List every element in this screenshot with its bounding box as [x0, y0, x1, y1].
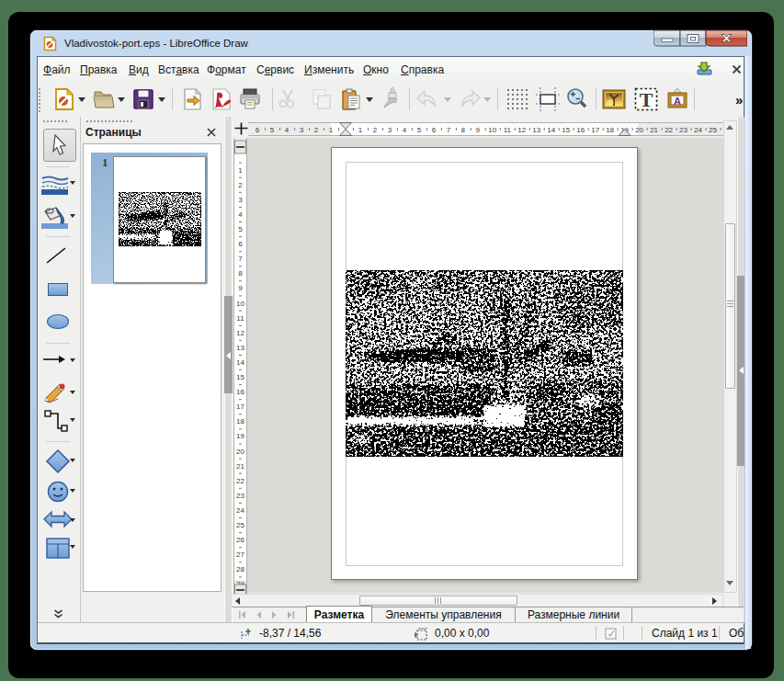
svg-text:11: 11 [236, 314, 244, 323]
svg-text:14: 14 [547, 126, 555, 134]
svg-text:4: 4 [403, 126, 407, 134]
svg-text:3: 3 [238, 196, 243, 204]
svg-text:10: 10 [236, 300, 244, 308]
svg-text:28: 28 [236, 565, 244, 573]
svg-text:20: 20 [635, 126, 643, 134]
svg-text:26: 26 [236, 536, 244, 544]
svg-text:6: 6 [432, 126, 437, 134]
svg-text:9: 9 [238, 284, 243, 292]
svg-text:A: A [674, 96, 681, 107]
svg-text:24: 24 [236, 506, 244, 515]
svg-text:2: 2 [373, 126, 378, 134]
svg-text:21: 21 [236, 462, 244, 471]
svg-text:2: 2 [238, 181, 243, 189]
svg-text:10: 10 [488, 126, 496, 134]
svg-text:24: 24 [694, 126, 702, 134]
svg-text:12: 12 [236, 329, 244, 337]
svg-text:27: 27 [236, 550, 244, 559]
svg-text:23: 23 [679, 126, 687, 134]
svg-text:20: 20 [236, 448, 244, 456]
svg-text:4: 4 [238, 210, 243, 219]
svg-text:18: 18 [236, 417, 244, 426]
svg-text:5: 5 [270, 126, 275, 134]
svg-text:15: 15 [562, 126, 570, 134]
svg-text:13: 13 [236, 344, 244, 352]
svg-text:2: 2 [314, 126, 319, 134]
svg-text:3: 3 [300, 126, 304, 134]
svg-text:12: 12 [517, 126, 526, 134]
svg-text:16: 16 [576, 126, 585, 134]
svg-text:22: 22 [665, 126, 673, 134]
svg-text:15: 15 [236, 373, 244, 381]
svg-text:5: 5 [238, 225, 243, 233]
svg-text:25: 25 [709, 126, 717, 134]
svg-text:22: 22 [236, 477, 244, 485]
svg-text:14: 14 [236, 358, 244, 367]
svg-text:25: 25 [236, 521, 244, 529]
svg-text:11: 11 [504, 126, 512, 134]
svg-text:17: 17 [236, 403, 244, 411]
svg-text:1: 1 [358, 126, 363, 134]
svg-text:8: 8 [461, 126, 466, 134]
svg-text:8: 8 [238, 269, 243, 278]
svg-text:3: 3 [388, 126, 392, 134]
svg-text:9: 9 [476, 126, 481, 134]
svg-text:17: 17 [591, 126, 599, 134]
svg-text:18: 18 [606, 126, 614, 134]
svg-text:1: 1 [329, 126, 334, 134]
svg-text:13: 13 [532, 126, 540, 134]
svg-text:7: 7 [238, 255, 243, 263]
svg-text:1: 1 [238, 166, 243, 175]
svg-text:19: 19 [236, 432, 244, 440]
svg-text:5: 5 [417, 126, 422, 134]
svg-text:21: 21 [650, 126, 658, 134]
svg-text:6: 6 [238, 240, 243, 248]
svg-text:23: 23 [236, 492, 244, 500]
svg-text:6: 6 [256, 126, 260, 134]
svg-text:4: 4 [285, 126, 290, 134]
svg-text:T: T [640, 88, 653, 111]
svg-text:7: 7 [447, 126, 451, 134]
svg-text:16: 16 [236, 388, 244, 396]
